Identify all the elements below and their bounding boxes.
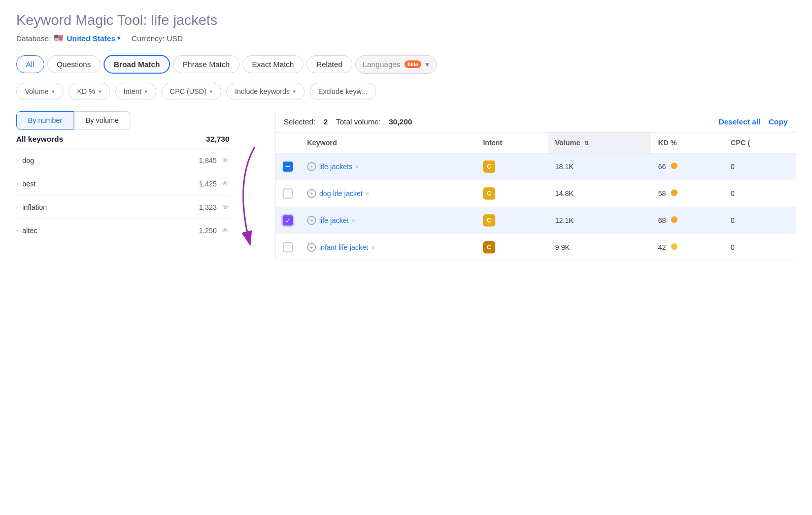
currency-label: Currency: USD — [131, 34, 183, 43]
keyword-cell: + dog life jacket » — [300, 180, 476, 207]
tab-phrase-match[interactable]: Phrase Match — [173, 55, 240, 73]
checkbox-cell[interactable] — [276, 234, 300, 261]
tab-related[interactable]: Related — [307, 55, 352, 73]
sort-by-volume-button[interactable]: By volume — [74, 111, 130, 130]
th-checkbox — [276, 133, 300, 153]
cpc-filter[interactable]: CPC (USD) ▾ — [161, 83, 221, 100]
kd-label: KD % — [77, 87, 95, 95]
total-volume-label: Total volume: — [336, 117, 381, 126]
table-row: ✓ + life jacket » C 12.1K — [276, 207, 796, 234]
kd-filter[interactable]: KD % ▾ — [69, 83, 110, 100]
search-query: life jackets — [151, 12, 218, 28]
chevron-down-icon: ▾ — [98, 88, 101, 95]
keyword-cell: + infant life jacket » — [300, 234, 476, 261]
plus-circle-icon[interactable]: + — [307, 216, 316, 225]
volume-cell: 14.8K — [548, 180, 651, 207]
sidebar-keywords: By number By volume All keywords 32,730 … — [16, 111, 229, 242]
tab-all[interactable]: All — [16, 55, 44, 73]
keyword-item-altec[interactable]: › altec — [16, 227, 38, 235]
kd-value: 66 — [658, 163, 666, 171]
chevron-right-icon[interactable]: › — [16, 157, 18, 164]
selected-label: Selected: — [284, 117, 316, 126]
volume-cell: 12.1K — [548, 207, 651, 234]
checkbox-empty[interactable] — [283, 242, 293, 252]
filters-row: Volume ▾ KD % ▾ Intent ▾ CPC (USD) ▾ Inc… — [16, 83, 796, 100]
tool-name: Keyword Magic Tool: — [16, 12, 147, 28]
intent-cell: C — [476, 153, 548, 180]
keyword-link[interactable]: + infant life jacket » — [307, 243, 469, 252]
flag-icon: 🇺🇸 — [54, 34, 63, 43]
languages-dropdown[interactable]: Languages beta ▾ — [355, 55, 437, 74]
exclude-keywords-label: Exclude keyw... — [318, 87, 367, 95]
plus-circle-icon[interactable]: + — [307, 243, 316, 252]
kd-cell: 58 — [651, 180, 724, 207]
chevron-right-icon[interactable]: › — [16, 204, 18, 211]
keyword-item-inflation[interactable]: › inflation — [16, 203, 47, 211]
intent-cell: C — [476, 234, 548, 261]
checkbox-cell[interactable] — [276, 180, 300, 207]
chevron-right-icon[interactable]: › — [16, 180, 18, 187]
page-title: Keyword Magic Tool: life jackets — [16, 12, 796, 28]
keyword-item-dog[interactable]: › dog — [16, 156, 34, 165]
kd-dot — [671, 216, 678, 223]
checkbox-empty[interactable] — [283, 188, 293, 199]
header-subtitle: Database: 🇺🇸 United States ▾ Currency: U… — [16, 34, 796, 43]
volume-col-label: Volume — [555, 139, 581, 147]
tab-questions[interactable]: Questions — [47, 55, 101, 73]
chevron-down-icon: ▾ — [425, 60, 429, 69]
keyword-text: dog life jacket — [319, 189, 363, 198]
tab-exact-match[interactable]: Exact Match — [243, 55, 304, 73]
double-arrow-icon: » — [355, 163, 359, 170]
chevron-down-icon: ▾ — [117, 35, 120, 42]
keyword-cell: + life jacket » — [300, 207, 476, 234]
intent-label: Intent — [124, 87, 142, 95]
keyword-link[interactable]: + life jackets » — [307, 162, 469, 171]
sort-by-number-button[interactable]: By number — [16, 111, 74, 130]
cpc-cell: 0 — [724, 180, 796, 207]
list-item: › dog 1,845 👁 — [16, 149, 229, 172]
keyword-link[interactable]: + dog life jacket » — [307, 189, 469, 198]
cpc-cell: 0 — [724, 234, 796, 261]
list-item: › inflation 1,323 👁 — [16, 196, 229, 219]
intent-filter[interactable]: Intent ▾ — [115, 83, 156, 100]
keyword-cell: + life jackets » — [300, 153, 476, 180]
checkbox-cell[interactable]: ✓ — [276, 207, 300, 234]
deselect-all-button[interactable]: Deselect all — [719, 117, 761, 126]
kd-cell: 66 — [651, 153, 724, 180]
volume-filter[interactable]: Volume ▾ — [16, 83, 63, 100]
copy-button[interactable]: Copy — [769, 117, 788, 126]
table-row: + infant life jacket » C 9.9K 42 — [276, 234, 796, 261]
exclude-keywords-filter[interactable]: Exclude keyw... — [310, 83, 376, 100]
keyword-list-header: All keywords 32,730 — [16, 130, 229, 149]
chevron-right-icon[interactable]: › — [16, 227, 18, 234]
checkbox-cell[interactable]: − — [276, 153, 300, 180]
keyword-list: All keywords 32,730 › dog 1,845 👁 › — [16, 130, 229, 242]
kd-dot — [671, 243, 678, 250]
kd-cell: 68 — [651, 207, 724, 234]
list-item: › best 1,425 👁 — [16, 172, 229, 196]
checkbox-minus[interactable]: − — [283, 162, 293, 172]
tab-broad-match[interactable]: Broad Match — [104, 55, 170, 74]
volume-cell: 18.1K — [548, 153, 651, 180]
th-volume[interactable]: Volume ⇅ — [548, 133, 651, 153]
keyword-count: 1,425 — [199, 180, 217, 188]
selected-count: 2 — [324, 117, 328, 126]
keyword-item-best[interactable]: › best — [16, 180, 36, 188]
database-dropdown[interactable]: United States ▾ — [66, 34, 120, 43]
keyword-link[interactable]: + life jacket » — [307, 216, 469, 225]
keywords-table: Keyword Intent Volume ⇅ KD % CPC ( — [276, 133, 796, 261]
checkbox-checked-purple[interactable]: ✓ — [283, 215, 293, 226]
kd-dot — [671, 163, 678, 169]
table-row: + dog life jacket » C 14.8K 58 — [276, 180, 796, 207]
intent-cell: C — [476, 180, 548, 207]
page-wrapper: Keyword Magic Tool: life jackets Databas… — [0, 0, 812, 273]
volume-cell: 9.9K — [548, 234, 651, 261]
keyword-text: infant life jacket — [319, 243, 368, 251]
kd-cell: 42 — [651, 234, 724, 261]
include-keywords-filter[interactable]: Include keywords ▾ — [226, 83, 304, 100]
plus-circle-icon[interactable]: + — [307, 189, 316, 198]
plus-circle-icon[interactable]: + — [307, 162, 316, 171]
keyword-text: altec — [22, 227, 38, 235]
include-keywords-label: Include keywords — [235, 87, 290, 95]
kd-dot — [671, 189, 678, 196]
